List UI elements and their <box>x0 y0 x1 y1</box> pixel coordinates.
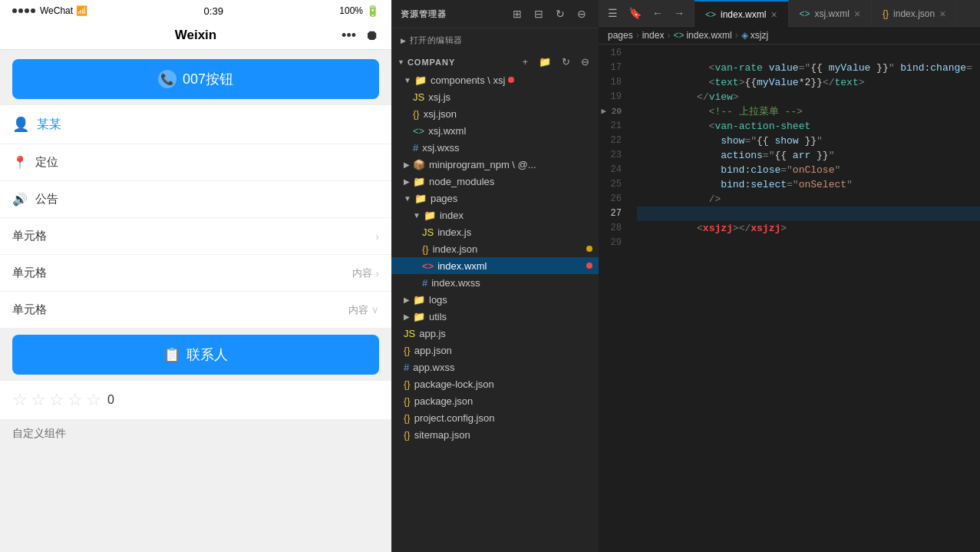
list-item-2[interactable]: 单元格 内容 › <box>0 255 391 291</box>
tree-item-appjson[interactable]: {} app.json <box>391 342 599 359</box>
close-tab-index-json[interactable]: × <box>939 8 945 20</box>
list-item-1[interactable]: 单元格 › <box>0 218 391 254</box>
section-arrow: ▶ <box>401 37 407 45</box>
tree-item-xsjjs[interactable]: JS xsj.js <box>391 88 599 105</box>
tree-item-sitemap[interactable]: {} sitemap.json <box>391 426 599 443</box>
back-button[interactable]: ← <box>649 5 666 21</box>
chevron-icon-1: › <box>375 230 379 243</box>
folder-icon-logs: 📁 <box>413 294 425 306</box>
star-3[interactable]: ☆ <box>49 390 64 410</box>
json-tab-icon: {} <box>883 8 889 19</box>
tree-item-appwxss[interactable]: # app.wxss <box>391 359 599 375</box>
npm-icon: 📦 <box>413 159 425 170</box>
forward-button[interactable]: → <box>671 5 688 21</box>
tree-item-label: logs <box>429 294 447 306</box>
add-file-icon[interactable]: + <box>519 55 531 69</box>
company-arrow: ▼ <box>398 58 404 66</box>
js-icon-app: JS <box>404 328 415 339</box>
tab-index-json[interactable]: {} index.json × <box>872 0 957 27</box>
breadcrumb-wxml-icon: <> <box>673 30 684 41</box>
tab-xsj-wxml[interactable]: <> xsj.wxml × <box>789 0 873 27</box>
new-folder-button[interactable]: ⊟ <box>531 6 546 21</box>
record-icon[interactable]: ⏺ <box>365 28 379 44</box>
tab-index-wxml[interactable]: <> index.wxml × <box>695 0 789 27</box>
tree-item-label: xsj.js <box>428 91 450 103</box>
announcement-icon: 🔊 <box>12 192 28 207</box>
company-root[interactable]: ▼ COMPANY + 📁 ↻ ⊖ <box>391 52 599 71</box>
folder-icon-components: 📁 <box>414 74 427 86</box>
tree-item-logs[interactable]: ▶ 📁 logs <box>391 291 599 308</box>
custom-section-label: 自定义组件 <box>12 427 66 439</box>
menu-item-location[interactable]: 📍 定位 <box>0 144 391 180</box>
tree-item-index-folder[interactable]: ▼ 📁 index <box>391 207 599 223</box>
tree-item-components[interactable]: ▼ 📁 components \ xsj <box>391 71 599 88</box>
open-editors-header[interactable]: ▶ 打开的编辑器 <box>391 31 599 49</box>
tree-item-indexjs[interactable]: JS index.js <box>391 223 599 240</box>
editor-tabs: ☰ 🔖 ← → <> index.wxml × <> xsj.wxml × {}… <box>599 0 980 27</box>
breadcrumb-index[interactable]: index <box>642 30 665 41</box>
folder-arrow-node: ▶ <box>404 177 410 186</box>
bookmark-button[interactable]: 🔖 <box>625 5 645 21</box>
tree-item-indexwxml[interactable]: <> index.wxml <box>391 257 599 274</box>
breadcrumb-indexwxml[interactable]: index.wxml <box>686 30 731 41</box>
user-row[interactable]: 👤 某某 <box>0 105 391 144</box>
filetree-header: 资源管理器 ⊞ ⊟ ↻ ⊖ <box>391 0 599 28</box>
status-right: 100% 🔋 <box>339 5 379 17</box>
tree-item-miniprogram[interactable]: ▶ 📦 miniprogram_npm \ @... <box>391 156 599 173</box>
json-icon-index: {} <box>422 243 429 255</box>
contact-button[interactable]: 📋 联系人 <box>12 335 379 375</box>
phone-content: 📞 007按钮 👤 某某 📍 定位 🔊 公告 单元格 › 单 <box>0 50 391 552</box>
tree-item-indexwxss[interactable]: # index.wxss <box>391 274 599 291</box>
tree-item-packagelock[interactable]: {} package-lock.json <box>391 375 599 392</box>
tree-item-projectconfig[interactable]: {} project.config.json <box>391 409 599 426</box>
error-indicator <box>508 77 514 83</box>
tree-item-xsjwxss[interactable]: # xsj.wxss <box>391 139 599 156</box>
close-tab-xsj-wxml[interactable]: × <box>854 8 860 20</box>
tree-item-label: pages <box>431 193 457 204</box>
code-editor[interactable]: 16 17 18 19 ▶ 20 21 22 23 24 25 26 27 28… <box>599 45 980 552</box>
user-icon: 👤 <box>12 116 29 133</box>
tree-item-xsjwxml[interactable]: <> xsj.wxml <box>391 122 599 139</box>
tree-item-node-modules[interactable]: ▶ 📁 node_modules <box>391 173 599 190</box>
wxml-icon-index: <> <box>422 260 434 272</box>
call-button[interactable]: 📞 007按钮 <box>12 59 379 99</box>
tree-item-pages[interactable]: ▼ 📁 pages <box>391 190 599 207</box>
tree-item-xsjjson[interactable]: {} xsj.json <box>391 105 599 122</box>
star-2[interactable]: ☆ <box>31 390 46 410</box>
star-4[interactable]: ☆ <box>68 390 83 410</box>
refresh-tree-icon[interactable]: ↻ <box>559 55 573 69</box>
tree-item-label: index.wxss <box>431 277 480 289</box>
tree-item-packagejson[interactable]: {} package.json <box>391 392 599 409</box>
breadcrumb-xsjzj[interactable]: xsjzj <box>751 30 768 41</box>
js-icon-index: JS <box>422 226 434 238</box>
collapse-tree-icon[interactable]: ⊖ <box>578 55 592 69</box>
folder-icon-index: 📁 <box>424 210 436 221</box>
signal-dots <box>12 8 35 13</box>
folder-arrow-miniprogram: ▶ <box>404 160 410 169</box>
star-5[interactable]: ☆ <box>86 390 101 410</box>
star-1[interactable]: ☆ <box>12 390 28 410</box>
warning-indicator-json <box>586 246 592 252</box>
toggle-sidebar-button[interactable]: ☰ <box>605 5 621 21</box>
list-item-3[interactable]: 单元格 内容 ∨ <box>0 292 391 328</box>
close-tab-index-wxml[interactable]: × <box>770 8 777 21</box>
tree-item-label: index.wxml <box>437 260 487 272</box>
folder-arrow-logs: ▶ <box>404 296 410 304</box>
breadcrumb-pages[interactable]: pages <box>608 30 633 41</box>
new-file-button[interactable]: ⊞ <box>510 6 525 21</box>
status-left: WeChat 📶 <box>12 5 87 16</box>
refresh-button[interactable]: ↻ <box>553 6 568 21</box>
tree-item-utils[interactable]: ▶ 📁 utils <box>391 308 599 325</box>
folder-icon-pages: 📁 <box>414 193 427 204</box>
tree-item-indexjson[interactable]: {} index.json <box>391 240 599 257</box>
filetree-title: 资源管理器 <box>401 8 447 20</box>
tree-item-label: package.json <box>414 395 474 407</box>
list-item-2-label: 单元格 <box>12 266 47 280</box>
wifi-icon: 📶 <box>76 5 87 16</box>
menu-item-announcement[interactable]: 🔊 公告 <box>0 181 391 217</box>
add-folder-icon[interactable]: 📁 <box>536 55 554 69</box>
more-icon[interactable]: ••• <box>342 28 356 44</box>
collapse-all-button[interactable]: ⊖ <box>574 6 589 21</box>
tree-item-label: node_modules <box>429 176 494 187</box>
tree-item-appjs[interactable]: JS app.js <box>391 325 599 342</box>
